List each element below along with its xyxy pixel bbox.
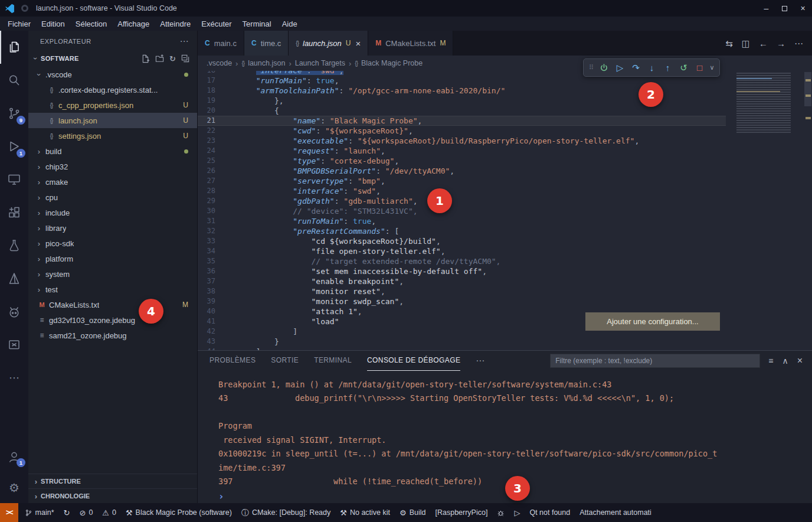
status-qt-status[interactable]: Qt not found (525, 503, 575, 522)
status-launch-config[interactable]: ⚒Black Magic Probe (software) (121, 503, 237, 522)
step-out-icon[interactable]: ↑ (660, 60, 676, 76)
close-panel-icon[interactable]: × (797, 355, 803, 366)
split-editor-icon[interactable]: ◫ (742, 39, 750, 48)
more-actions-icon[interactable]: ⋯ (180, 36, 189, 47)
status-remote[interactable]: >< (0, 503, 18, 522)
dropdown-icon[interactable]: ∨ (708, 60, 716, 76)
status-auto-attach[interactable]: Attachement automati (575, 503, 656, 522)
breadcrumb-item-launch-targets[interactable]: Launch Targets (295, 59, 345, 67)
collapse-all-icon[interactable] (181, 54, 190, 63)
tree-folder-platform[interactable]: ›platform (28, 251, 197, 266)
panel-tab-sortie[interactable]: SORTIE (271, 351, 299, 371)
editor-scrollbar[interactable] (804, 71, 812, 350)
code-editor[interactable]: 16 "interface": "swd",17 "runToMain": tr… (198, 71, 812, 350)
activity-search-icon[interactable] (0, 64, 28, 97)
tree-file-gd32vf103-ozone-jdebug[interactable]: ≡gd32vf103_ozone.jdebug (28, 312, 197, 328)
maximize-panel-icon[interactable]: ∧ (782, 356, 788, 366)
power-icon[interactable] (596, 60, 612, 76)
status-cmake-kit[interactable]: ⚒No active kit (335, 503, 395, 522)
status-cmake-status[interactable]: ⓘCMake: [Debug]: Ready (237, 503, 335, 522)
tree-folder-cmake[interactable]: ›cmake (28, 174, 197, 190)
panel-more-icon[interactable]: ⋯ (476, 355, 484, 366)
activity-run-and-debug-icon[interactable]: 1 (0, 130, 28, 163)
status-cmake-debug[interactable] (492, 503, 509, 522)
tree-file-cmakelists-txt[interactable]: MCMakeLists.txtM (28, 297, 197, 312)
status-cmake-target[interactable]: [RaspberryPico] (430, 503, 492, 522)
breadcrumb-item-vscode[interactable]: .vscode (207, 59, 232, 67)
activity-platformio-icon[interactable] (0, 295, 28, 328)
tree-folder-vscode[interactable]: ›.vscode (28, 67, 197, 82)
activity-settings-icon[interactable]: ⚙ (0, 472, 28, 503)
activity-testing-icon[interactable] (0, 229, 28, 262)
tree-folder-include[interactable]: ›include (28, 205, 197, 220)
sidebar-section-chronologie[interactable]: › CHRONOLOGIE (28, 488, 197, 503)
tree-folder-system[interactable]: ›system (28, 266, 197, 282)
activity-source-control-icon[interactable]: 9 (0, 97, 28, 130)
close-icon[interactable]: × (355, 38, 361, 48)
sidebar-section-structure[interactable]: › STRUCTURE (28, 474, 197, 488)
navigate-forward-icon[interactable]: → (777, 39, 785, 48)
menu-item-affichage[interactable]: Affichage (112, 18, 155, 30)
more-icon[interactable]: ⋯ (794, 39, 803, 48)
step-over-icon[interactable]: ↷ (628, 60, 644, 76)
activity-more-icon[interactable]: ⋯ (0, 361, 28, 394)
new-folder-icon[interactable] (155, 54, 164, 63)
maximize-button[interactable] (775, 0, 794, 17)
activity-ozone-icon[interactable] (0, 328, 28, 361)
status-sync[interactable]: ↻ (59, 503, 75, 522)
refresh-icon[interactable]: ↻ (169, 55, 176, 63)
tree-folder-build[interactable]: ›build (28, 143, 197, 159)
tree-file-launch-json[interactable]: {}launch.jsonU (28, 113, 197, 128)
status-cmake-build[interactable]: ⚙Build (395, 503, 430, 522)
menu-item-aide[interactable]: Aide (277, 18, 303, 30)
tree-folder-chip32[interactable]: ›chip32 (28, 159, 197, 174)
tree-file-cortex-debug-registers-stat[interactable]: {}.cortex-debug.registers.stat... (28, 82, 197, 97)
status-errors[interactable]: ⊘0 (74, 503, 97, 522)
stop-icon[interactable]: □ (692, 60, 708, 76)
add-configuration-button[interactable]: Ajouter une configuration... (585, 312, 720, 331)
breadcrumb-item-launch-json[interactable]: launch.json (248, 59, 285, 67)
navigate-back-icon[interactable]: ← (759, 39, 768, 48)
new-file-icon[interactable] (141, 54, 150, 63)
menu-item-terminal[interactable]: Terminal (237, 18, 277, 30)
activity-remote-explorer-icon[interactable] (0, 163, 28, 196)
filter-icon[interactable]: ≡ (768, 356, 773, 366)
tab-launch-json[interactable]: {}launch.jsonU× (289, 31, 368, 56)
menu-item-ex-cuter[interactable]: Exécuter (196, 18, 237, 30)
tree-file-c-cpp-properties-json[interactable]: {}c_cpp_properties.jsonU (28, 97, 197, 113)
tree-folder-pico-sdk[interactable]: ›pico-sdk (28, 236, 197, 251)
scrollbar-thumb[interactable] (804, 72, 811, 106)
minimize-button[interactable]: – (757, 0, 775, 17)
breadcrumb-item-black-magic-probe[interactable]: Black Magic Probe (361, 59, 423, 67)
tree-file-samd21-ozone-jdebug[interactable]: ≡samd21_ozone.jdebug (28, 328, 197, 343)
close-button[interactable]: × (794, 0, 812, 17)
menu-item-edition[interactable]: Edition (36, 18, 70, 30)
tree-file-settings-json[interactable]: {}settings.jsonU (28, 128, 197, 143)
activity-explorer-icon[interactable] (0, 31, 28, 64)
compare-changes-icon[interactable]: ⇆ (725, 39, 733, 48)
status-warnings[interactable]: ⚠0 (97, 503, 121, 522)
tab-cmakelists-txt[interactable]: MCMakeLists.txtM (368, 31, 453, 56)
activity-accounts-icon[interactable]: 1 (0, 442, 28, 472)
tab-main-c[interactable]: Cmain.c (198, 31, 244, 56)
drag-handle-icon[interactable]: ⠿ (587, 60, 596, 76)
panel-tab-terminal[interactable]: TERMINAL (314, 351, 352, 371)
menu-item-s-lection[interactable]: Sélection (70, 18, 112, 30)
step-into-icon[interactable]: ↓ (644, 60, 660, 76)
status-cmake-run[interactable]: ▷ (509, 503, 525, 522)
panel-tab-probl-mes[interactable]: PROBLÈMES (209, 351, 256, 371)
panel-tab-console-de-d-bogage[interactable]: CONSOLE DE DÉBOGAGE (367, 351, 460, 371)
tree-folder-library[interactable]: ›library (28, 220, 197, 236)
sidebar-section-software[interactable]: › SOFTWARE ↻ (28, 51, 197, 66)
minimap[interactable] (732, 71, 804, 350)
status-git-branch[interactable]: main* (20, 503, 59, 522)
menu-item-atteindre[interactable]: Atteindre (155, 18, 196, 30)
menu-item-fichier[interactable]: Fichier (2, 18, 36, 30)
restart-icon[interactable]: ↺ (676, 60, 692, 76)
continue-icon[interactable]: ▷ (612, 60, 628, 76)
filter-input[interactable] (550, 354, 760, 368)
activity-cmake-icon[interactable] (0, 262, 28, 295)
tree-folder-test[interactable]: ›test (28, 282, 197, 297)
activity-extensions-icon[interactable] (0, 196, 28, 229)
tab-time-c[interactable]: Ctime.c (244, 31, 289, 56)
